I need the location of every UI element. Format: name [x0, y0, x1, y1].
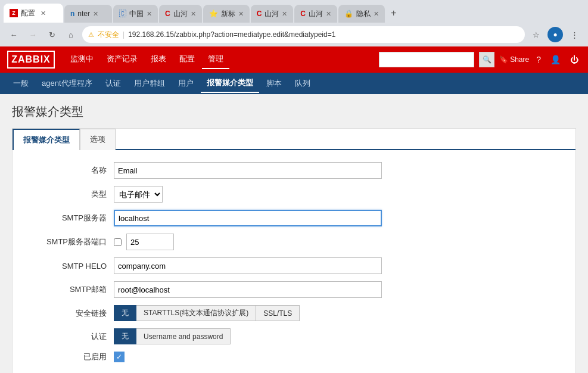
nav-config[interactable]: 配置	[173, 50, 201, 69]
name-field	[114, 162, 382, 179]
form-row-smtp-server: SMTP服务器	[30, 210, 564, 226]
smtp-email-field	[114, 281, 382, 298]
tab-close-3[interactable]: ✕	[147, 10, 152, 18]
security-field-label: 安全链接	[30, 308, 114, 319]
form-row-smtp-port: SMTP服务器端口	[30, 234, 564, 250]
enabled-field: ✓	[114, 352, 125, 362]
card-tabs: 报警媒介类型 选项	[13, 129, 575, 150]
tab-close-1[interactable]: ✕	[41, 10, 46, 17]
tab-2[interactable]: n nter ✕	[64, 5, 112, 23]
menu-button[interactable]: ⋮	[567, 27, 582, 42]
subnav-auth[interactable]: 认证	[99, 74, 127, 92]
tab-title-4: 山河	[173, 9, 188, 19]
security-ssl-btn[interactable]: SSL/TLS	[256, 305, 300, 321]
form-row-name: 名称	[30, 162, 564, 179]
subnav-usergroups[interactable]: 用户群组	[128, 74, 171, 92]
tab-7[interactable]: C 山河 ✕	[294, 5, 337, 23]
nav-admin[interactable]: 管理	[202, 50, 229, 69]
home-button[interactable]: ⌂	[63, 27, 79, 42]
type-select[interactable]: 电子邮件	[114, 186, 163, 203]
smtp-helo-input[interactable]	[114, 257, 382, 274]
sub-nav: 一般 agent代理程序 认证 用户群组 用户 报警媒介类型 脚本 队列	[0, 73, 588, 94]
tab-favicon-7: C	[300, 10, 306, 18]
tab-favicon-8: 🔒	[344, 10, 353, 18]
type-label: 类型	[30, 189, 114, 200]
nav-reports[interactable]: 报表	[145, 50, 172, 69]
auth-userpass-btn[interactable]: Username and password	[136, 328, 231, 344]
form-row-smtp-email: SMTP邮箱	[30, 281, 564, 298]
tab-title-3: 中国	[129, 9, 144, 19]
share-icon: 🔖	[499, 55, 508, 64]
forward-button[interactable]: →	[25, 27, 41, 42]
subnav-mediatype[interactable]: 报警媒介类型	[201, 74, 259, 93]
address-field[interactable]: ⚠ 不安全 | 192.168.26.15/zabbix.php?action=…	[82, 26, 525, 43]
tab-favicon-6: C	[257, 10, 262, 18]
name-input[interactable]	[114, 162, 382, 179]
subnav-general[interactable]: 一般	[7, 74, 35, 92]
security-starttls-btn[interactable]: STARTTLS(纯文本通信协议扩展)	[136, 305, 256, 321]
address-bar: ← → ↻ ⌂ ⚠ 不安全 | 192.168.26.15/zabbix.php…	[0, 23, 588, 46]
nav-monitor[interactable]: 监测中	[64, 50, 99, 69]
auth-toggle-group: 无 Username and password	[114, 328, 231, 344]
search-button[interactable]: 🔍	[479, 52, 494, 67]
subnav-users[interactable]: 用户	[172, 74, 200, 92]
tab-title-2: nter	[77, 10, 90, 18]
smtp-server-input[interactable]	[114, 210, 382, 226]
smtp-email-input[interactable]	[114, 281, 382, 298]
share-button[interactable]: 🔖 Share	[499, 55, 529, 64]
tab-6[interactable]: C 山河 ✕	[251, 5, 294, 23]
browser-window: Z 配置 ✕ n nter ✕ 🇨 中国 ✕ C 山河 ✕ ⭐ 新标 ✕	[0, 0, 588, 373]
tab-close-5[interactable]: ✕	[238, 10, 244, 18]
tab-bar: Z 配置 ✕ n nter ✕ 🇨 中国 ✕ C 山河 ✕ ⭐ 新标 ✕	[0, 0, 588, 23]
smtp-port-checkbox[interactable]	[114, 238, 122, 246]
security-none-btn[interactable]: 无	[114, 305, 136, 321]
url-text: 192.168.26.15/zabbix.php?action=mediatyp…	[128, 30, 335, 39]
security-label: 不安全	[98, 30, 119, 40]
tab-close-6[interactable]: ✕	[282, 10, 287, 18]
smtp-helo-field	[114, 257, 382, 274]
page-content: 报警媒介类型 报警媒介类型 选项 名称	[0, 94, 588, 373]
search-input[interactable]	[379, 52, 474, 67]
tab-zabbix[interactable]: Z 配置 ✕	[4, 4, 63, 23]
zabbix-app: ZABBIX 监测中 资产记录 报表 配置 管理 🔍 🔖 Share ? 👤 ⏻	[0, 46, 588, 373]
tab-favicon-2: n	[70, 10, 74, 18]
smtp-server-field	[114, 210, 382, 226]
auth-none-btn[interactable]: 无	[114, 328, 136, 344]
smtp-port-input[interactable]	[126, 234, 174, 250]
user-icon[interactable]: 👤	[548, 52, 563, 67]
tab-close-4[interactable]: ✕	[191, 10, 196, 18]
new-tab-button[interactable]: +	[386, 5, 401, 21]
bookmark-button[interactable]: ☆	[528, 27, 544, 42]
tab-title-6: 山河	[265, 9, 279, 19]
page-title: 报警媒介类型	[12, 104, 576, 120]
tab-3[interactable]: 🇨 中国 ✕	[113, 5, 158, 23]
subnav-queue[interactable]: 队列	[289, 74, 316, 92]
tab-close-7[interactable]: ✕	[326, 10, 331, 18]
profile-button[interactable]: ●	[547, 27, 563, 42]
logout-button[interactable]: ⏻	[568, 52, 581, 67]
back-button[interactable]: ←	[6, 27, 21, 42]
tab-mediatype[interactable]: 报警媒介类型	[13, 129, 80, 150]
smtp-port-label: SMTP服务器端口	[30, 237, 114, 247]
subnav-scripts[interactable]: 脚本	[260, 74, 288, 92]
smtp-helo-label: SMTP HELO	[30, 262, 114, 271]
reload-button[interactable]: ↻	[44, 27, 60, 42]
subnav-agent[interactable]: agent代理程序	[36, 74, 98, 92]
tab-4[interactable]: C 山河 ✕	[159, 5, 202, 23]
tab-close-8[interactable]: ✕	[374, 10, 379, 18]
tab-5[interactable]: ⭐ 新标 ✕	[203, 5, 250, 23]
tab-8[interactable]: 🔒 隐私 ✕	[338, 5, 385, 23]
help-button[interactable]: ?	[534, 52, 543, 67]
tab-favicon-3: 🇨	[119, 10, 126, 18]
tab-title-8: 隐私	[356, 9, 371, 19]
tab-title-5: 新标	[221, 9, 235, 19]
top-nav: ZABBIX 监测中 资产记录 报表 配置 管理 🔍 🔖 Share ? 👤 ⏻	[0, 46, 588, 73]
enabled-checkbox[interactable]: ✓	[114, 352, 125, 362]
tab-options[interactable]: 选项	[80, 129, 116, 150]
tab-close-2[interactable]: ✕	[93, 10, 98, 18]
nav-assets[interactable]: 资产记录	[101, 50, 144, 69]
auth-label: 认证	[30, 331, 114, 342]
form-row-enabled: 已启用 ✓	[30, 352, 564, 362]
card: 报警媒介类型 选项 名称	[12, 128, 576, 373]
name-label: 名称	[30, 165, 114, 176]
